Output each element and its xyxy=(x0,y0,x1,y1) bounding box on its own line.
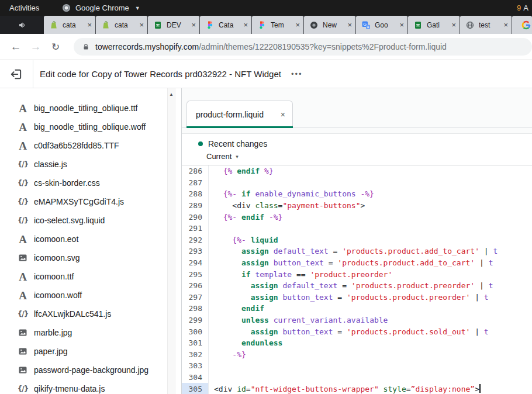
url-text: towerrecords.myshopify.com/admin/themes/… xyxy=(95,42,447,51)
close-tab-icon[interactable]: × xyxy=(295,20,300,29)
close-tab-icon[interactable]: × xyxy=(87,20,92,29)
chrome-logo-icon xyxy=(62,4,71,12)
file-item[interactable]: {/}eMAPMXSyTCgGdiT4.js xyxy=(0,192,181,211)
code-file-icon: {/} xyxy=(16,310,29,318)
tab-title: Gati xyxy=(427,21,449,29)
line-content: assign button_text = 'products.product.p… xyxy=(209,293,489,302)
file-item[interactable]: icomoon.svg xyxy=(0,248,181,267)
scroll-up-icon[interactable]: ▲ xyxy=(168,92,175,97)
line-number: 293 xyxy=(182,246,209,257)
browser-tab-partial[interactable] xyxy=(512,16,532,34)
line-number: 305 xyxy=(182,383,209,394)
editor-tab-product-form[interactable]: product-form.liquid × xyxy=(186,101,293,127)
sidebar-scrollbar[interactable]: ▲ xyxy=(167,88,175,394)
code-line-289: 289 <div class="payment-buttons"> xyxy=(182,200,532,212)
code-line-305: 305<div id="nft-widget-buttons-wrapper" … xyxy=(182,383,532,394)
line-content: assign default_text = 'products.product.… xyxy=(209,281,493,290)
file-item[interactable]: Abig_noodle_titling_oblique.ttf xyxy=(0,99,181,117)
translate-icon: Ga xyxy=(361,20,371,30)
file-name: c0df3a6b528fdd85.TTF xyxy=(34,141,119,150)
code-file-icon: {/} xyxy=(16,160,29,168)
browser-tab-cata[interactable]: cata× xyxy=(44,16,96,34)
file-item[interactable]: {/}cs-skin-border.css xyxy=(0,174,181,192)
tab-title: DEV xyxy=(167,21,189,29)
code-line-297: 297 assign button_text = 'products.produ… xyxy=(182,292,532,303)
file-item[interactable]: Aicomoon.ttf xyxy=(0,267,181,286)
file-item[interactable]: marble.jpg xyxy=(0,323,181,342)
file-name: icomoon.eot xyxy=(34,234,78,244)
file-item[interactable]: {/}lfcAXLwjkDALc541.js xyxy=(0,305,181,323)
tab-title: cata xyxy=(63,21,85,29)
file-item[interactable]: paper.jpg xyxy=(0,342,181,361)
shopify-icon xyxy=(49,20,58,30)
tab-title: Tem xyxy=(271,21,293,29)
file-item[interactable]: password-page-background.jpg xyxy=(0,361,181,379)
code-line-292: 292 {%- liquid xyxy=(182,234,532,246)
activities-button[interactable]: Activities xyxy=(0,0,49,16)
figma-icon xyxy=(257,20,267,30)
admin-header: Edit code for Copy of Tower Records prd0… xyxy=(0,60,532,88)
code-file-icon: {/} xyxy=(16,385,29,393)
back-button[interactable]: ← xyxy=(6,40,26,53)
file-list: Abig_noodle_titling_oblique.ttfAbig_nood… xyxy=(0,88,181,394)
file-name: ico-select.svg.liquid xyxy=(34,216,105,225)
code-area[interactable]: 286 {% endif %}287288 {%- if enable_dyna… xyxy=(182,165,532,394)
close-tab-icon[interactable]: × xyxy=(451,20,456,29)
file-item[interactable]: {/}ico-select.svg.liquid xyxy=(0,211,181,230)
browser-tab-tem[interactable]: Tem× xyxy=(252,16,304,34)
content-area: Abig_noodle_titling_oblique.ttfAbig_nood… xyxy=(0,88,532,394)
file-name: cs-skin-border.css xyxy=(34,178,100,188)
reload-button[interactable]: ↻ xyxy=(46,41,65,53)
close-tab-icon[interactable]: × xyxy=(399,20,404,29)
line-number: 297 xyxy=(182,292,209,303)
file-name: paper.jpg xyxy=(34,347,68,356)
code-line-300: 300 assign button_text = 'products.produ… xyxy=(182,326,532,337)
file-sidebar: Abig_noodle_titling_oblique.ttfAbig_nood… xyxy=(0,88,181,394)
file-name: big_noodle_titling_oblique.woff xyxy=(34,122,146,132)
editor-tab-bar: product-form.liquid × xyxy=(182,88,532,127)
browser-tab-dev[interactable]: DEV× xyxy=(148,16,200,34)
code-line-288: 288 {%- if enable_dynamic_buttons -%} xyxy=(182,188,532,200)
system-clock[interactable]: 9A xyxy=(517,4,528,12)
forward-button[interactable]: → xyxy=(26,40,46,53)
browser-tab-test[interactable]: test× xyxy=(460,16,512,34)
browser-tab-goo[interactable]: GaGoo× xyxy=(356,16,408,34)
browser-tab-cata[interactable]: cata× xyxy=(96,16,148,34)
line-number: 292 xyxy=(182,234,209,246)
chevron-down-icon: ▼ xyxy=(135,5,140,11)
close-tab-icon[interactable]: × xyxy=(503,20,508,29)
tab-audio-indicator[interactable] xyxy=(0,16,44,34)
close-tab-icon[interactable]: × xyxy=(243,20,248,29)
file-item[interactable]: {/}classie.js xyxy=(0,155,181,174)
close-tab-icon[interactable]: × xyxy=(191,20,196,29)
version-dropdown[interactable]: Current ▾ xyxy=(206,152,532,161)
lock-icon[interactable] xyxy=(82,43,90,51)
file-item[interactable]: Ac0df3a6b528fdd85.TTF xyxy=(0,136,181,155)
code-line-293: 293 assign default_text = 'products.prod… xyxy=(182,246,532,257)
image-file-icon xyxy=(16,347,29,356)
image-file-icon xyxy=(16,328,29,337)
close-tab-icon[interactable]: × xyxy=(139,20,144,29)
file-name: password-page-background.jpg xyxy=(34,365,148,375)
file-item[interactable]: Abig_noodle_titling_oblique.woff xyxy=(0,117,181,136)
exit-code-editor-button[interactable] xyxy=(6,64,26,84)
recent-changes-label: Recent changes xyxy=(208,139,267,148)
more-actions-button[interactable]: ••• xyxy=(291,70,303,78)
url-bar[interactable]: towerrecords.myshopify.com/admin/themes/… xyxy=(74,38,532,56)
file-item[interactable]: {/}qikify-tmenu-data.js xyxy=(0,379,181,394)
line-number: 296 xyxy=(182,280,209,292)
browser-tab-gati[interactable]: Gati× xyxy=(408,16,460,34)
line-number: 298 xyxy=(182,303,209,314)
app-menu[interactable]: Google Chrome ▼ xyxy=(62,4,140,12)
browser-tab-cata[interactable]: Cata× xyxy=(200,16,252,34)
browser-tab-new[interactable]: New× xyxy=(304,16,356,34)
close-tab-icon[interactable]: × xyxy=(281,110,285,119)
file-item[interactable]: Aicomoon.woff xyxy=(0,286,181,305)
code-file-icon: {/} xyxy=(16,216,29,224)
globe-icon xyxy=(465,20,475,30)
file-item[interactable]: Aicomoon.eot xyxy=(0,230,181,248)
line-content: {%- endif -%} xyxy=(209,213,282,222)
code-line-287: 287 xyxy=(182,177,532,189)
close-tab-icon[interactable]: × xyxy=(347,20,352,29)
tab-title: New xyxy=(323,21,345,29)
